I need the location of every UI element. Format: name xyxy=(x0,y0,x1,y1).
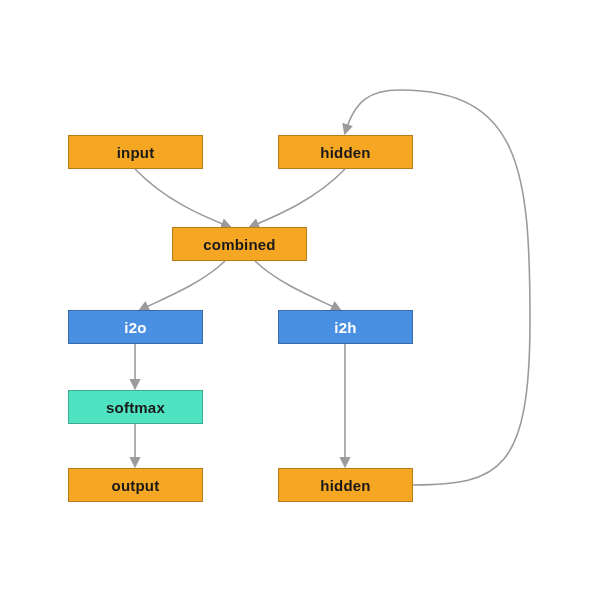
edge-input-combined xyxy=(135,169,230,227)
edge-hidden-combined xyxy=(250,169,345,227)
edge-combined-i2h xyxy=(255,261,340,310)
node-hidden-bottom: hidden xyxy=(278,468,413,502)
node-i2h: i2h xyxy=(278,310,413,344)
node-i2o-label: i2o xyxy=(124,319,146,336)
diagram-canvas: input hidden combined i2o i2h softmax ou… xyxy=(0,0,600,600)
edges-layer xyxy=(0,0,600,600)
edge-combined-i2o xyxy=(140,261,225,310)
node-softmax-label: softmax xyxy=(106,399,165,416)
node-output: output xyxy=(68,468,203,502)
node-output-label: output xyxy=(112,477,160,494)
node-hidden-top: hidden xyxy=(278,135,413,169)
node-input: input xyxy=(68,135,203,169)
node-softmax: softmax xyxy=(68,390,203,424)
node-i2h-label: i2h xyxy=(334,319,356,336)
node-hidden-bottom-label: hidden xyxy=(320,477,370,494)
node-input-label: input xyxy=(117,144,155,161)
node-hidden-top-label: hidden xyxy=(320,144,370,161)
node-combined-label: combined xyxy=(203,236,275,253)
node-i2o: i2o xyxy=(68,310,203,344)
node-combined: combined xyxy=(172,227,307,261)
